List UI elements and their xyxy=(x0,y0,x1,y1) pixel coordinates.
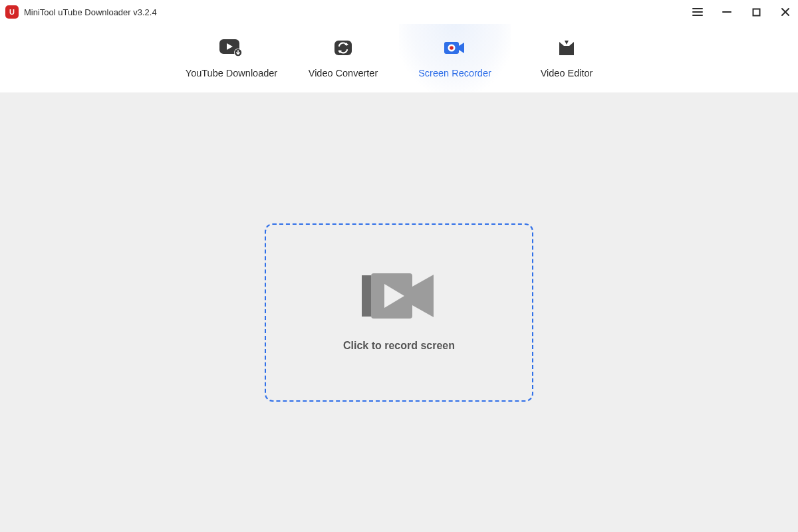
svg-rect-23 xyxy=(362,275,371,317)
close-button[interactable] xyxy=(779,6,791,18)
video-camera-icon xyxy=(444,39,466,57)
svg-point-18 xyxy=(450,46,454,50)
svg-rect-21 xyxy=(564,46,569,55)
svg-marker-25 xyxy=(412,275,434,317)
svg-marker-22 xyxy=(565,41,569,45)
titlebar: U MiniTool uTube Downloader v3.2.4 xyxy=(0,0,798,24)
hamburger-menu-icon[interactable] xyxy=(692,6,704,18)
titlebar-left: U MiniTool uTube Downloader v3.2.4 xyxy=(5,5,157,19)
record-screen-button[interactable]: Click to record screen xyxy=(265,223,533,402)
tabbar: YouTube Downloader Video Converter xyxy=(0,24,798,93)
tab-screen-recorder[interactable]: Screen Recorder xyxy=(399,24,511,92)
tab-label: Screen Recorder xyxy=(418,68,491,78)
app-logo-icon: U xyxy=(5,5,19,19)
editor-icon xyxy=(558,39,575,57)
svg-rect-4 xyxy=(753,9,759,15)
maximize-button[interactable] xyxy=(750,6,762,18)
tab-video-converter[interactable]: Video Converter xyxy=(287,24,399,92)
app-title: MiniTool uTube Downloader v3.2.4 xyxy=(24,7,157,17)
minimize-button[interactable] xyxy=(721,6,733,18)
youtube-download-icon xyxy=(219,39,243,57)
window-controls xyxy=(692,6,791,18)
svg-marker-19 xyxy=(559,42,564,55)
convert-icon xyxy=(333,39,353,57)
tab-label: Video Converter xyxy=(309,68,378,78)
svg-marker-20 xyxy=(569,42,574,55)
tab-youtube-downloader[interactable]: YouTube Downloader xyxy=(176,24,287,92)
camera-play-icon xyxy=(362,273,436,321)
svg-marker-16 xyxy=(459,43,464,53)
tab-label: Video Editor xyxy=(541,68,593,78)
content-area: Click to record screen xyxy=(0,93,798,532)
record-cta-label: Click to record screen xyxy=(343,340,455,352)
tab-label: YouTube Downloader xyxy=(186,68,277,78)
tab-video-editor[interactable]: Video Editor xyxy=(511,24,622,92)
